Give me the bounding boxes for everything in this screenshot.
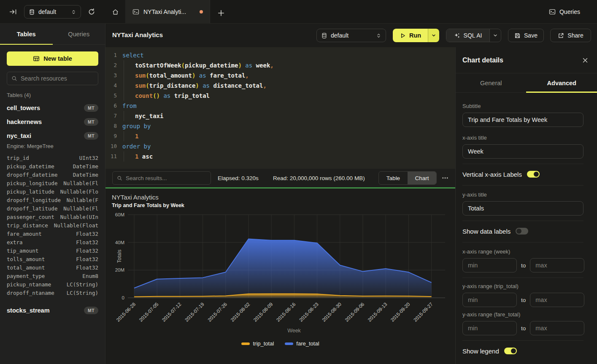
column-type: DateTime — [73, 171, 98, 179]
svg-text:2015-08-23: 2015-08-23 — [298, 302, 319, 323]
results-search-input[interactable] — [126, 175, 206, 181]
new-table-button[interactable]: New table — [7, 51, 98, 66]
svg-text:40M: 40M — [115, 240, 124, 245]
to-label: to — [521, 325, 526, 332]
line-number: 2 — [105, 60, 117, 70]
table-view-button[interactable]: Table — [379, 172, 408, 184]
xaxis-range-max[interactable] — [530, 258, 584, 272]
chart-legend: trip_totalfare_total — [105, 340, 455, 347]
yaxis-range-trip-max[interactable] — [530, 293, 584, 307]
database-selector[interactable]: default — [24, 5, 81, 19]
vertical-labels-label: Vertical x-axis Labels — [462, 171, 522, 178]
subtitle-label: Subtitle — [462, 103, 583, 109]
column-name: pickup_datetime — [7, 162, 54, 171]
column-row[interactable]: dropoff_latitudeNullable(Fl — [7, 205, 98, 213]
table-name: cell_towers — [7, 105, 40, 111]
show-data-labels-toggle[interactable] — [516, 228, 528, 235]
legend-label: trip_total — [253, 340, 274, 347]
queries-label: Queries — [559, 8, 580, 15]
run-button[interactable]: Run — [393, 29, 428, 42]
yaxis-range-fare-min[interactable] — [462, 321, 517, 335]
column-name: dropoff_ntaname — [7, 289, 54, 297]
share-icon — [558, 32, 564, 39]
query-tab-title: NYTaxi Analyti... — [143, 8, 195, 15]
engine-badge: MT — [84, 118, 98, 126]
yaxis-title-label: y-axis title — [462, 191, 583, 198]
yaxis-title-input[interactable] — [462, 201, 583, 216]
column-row[interactable]: total_amountFloat32 — [7, 264, 98, 272]
column-row[interactable]: tolls_amountFloat32 — [7, 255, 98, 264]
xaxis-title-input[interactable] — [462, 144, 583, 159]
table-row[interactable]: cell_towersMT — [7, 101, 98, 115]
sidebar-search[interactable] — [7, 72, 98, 85]
tab-general[interactable]: General — [456, 73, 527, 92]
yaxis-range-trip-min[interactable] — [462, 293, 517, 307]
query-tab[interactable]: NYTaxi Analyti... — [126, 0, 210, 24]
line-number: 10 — [105, 141, 117, 151]
vertical-labels-toggle[interactable] — [527, 171, 540, 178]
column-row[interactable]: dropoff_longitudeNullable(F — [7, 196, 98, 205]
engine-label: Engine: MergeTree — [7, 143, 98, 149]
line-number: 9 — [105, 131, 117, 141]
new-tab-button[interactable] — [216, 8, 224, 16]
table-row-nyc-taxi[interactable]: nyc_taxi MT — [7, 129, 98, 143]
column-row[interactable]: fare_amountFloat32 — [7, 230, 98, 238]
main-area: NYTaxi Analytics default Run SQL AI — [105, 24, 597, 364]
show-legend-toggle[interactable] — [504, 348, 517, 354]
code-line: 1select — [105, 50, 455, 60]
chart-subtitle: Trip and Fare Totals by Week — [112, 202, 184, 208]
tab-advanced[interactable]: Advanced — [527, 73, 597, 92]
column-row[interactable]: dropoff_ntanameLC(String) — [7, 289, 98, 297]
column-row[interactable]: pickup_ntanameLC(String) — [7, 280, 98, 289]
results-search[interactable] — [112, 171, 211, 185]
column-name: pickup_ntaname — [7, 280, 51, 289]
table-row[interactable]: hackernewsMT — [7, 115, 98, 129]
code-line: 91 — [105, 131, 455, 141]
sql-ai-label: SQL AI — [464, 32, 482, 39]
column-row[interactable]: dropoff_datetimeDateTime — [7, 171, 98, 179]
chart-plot[interactable]: 020M40M60M2015-06-282015-07-052015-07-12… — [105, 189, 455, 364]
column-row[interactable]: extraFloat32 — [7, 238, 98, 247]
chart-view-button[interactable]: Chart — [408, 172, 436, 184]
sql-ai-button[interactable]: SQL AI — [446, 29, 489, 42]
database-selector-value: default — [38, 8, 68, 15]
share-button[interactable]: Share — [550, 29, 591, 42]
column-row[interactable]: pickup_longitudeNullable(Fl — [7, 179, 98, 188]
column-row[interactable]: trip_distanceNullable(Float — [7, 221, 98, 230]
share-label: Share — [567, 32, 583, 39]
svg-text:2015-08-09: 2015-08-09 — [253, 302, 274, 323]
sidebar-collapse-icon[interactable] — [9, 8, 17, 16]
sidebar-search-input[interactable] — [21, 75, 94, 82]
column-name: tip_amount — [7, 247, 38, 255]
more-options-icon[interactable] — [441, 174, 449, 182]
column-row[interactable]: payment_typeEnum8 — [7, 272, 98, 280]
queries-button[interactable]: Queries — [549, 0, 580, 24]
save-button[interactable]: Save — [508, 29, 544, 42]
table-row[interactable]: stocks_streamMT — [7, 303, 98, 317]
sql-editor[interactable]: 1select2toStartOfWeek(pickup_datetime) a… — [105, 47, 455, 169]
home-button[interactable] — [105, 0, 126, 24]
terminal-icon — [132, 8, 139, 15]
column-row[interactable]: trip_idUInt32 — [7, 154, 98, 162]
sidebar-tab-tables[interactable]: Tables — [0, 24, 53, 44]
line-number: 5 — [105, 91, 117, 101]
xaxis-range-min[interactable] — [462, 258, 517, 272]
code-line: 3sum(total_amount) as fare_total, — [105, 70, 455, 81]
header-database-selector[interactable]: default — [316, 29, 386, 42]
refresh-icon[interactable] — [88, 8, 95, 16]
legend-item[interactable]: trip_total — [241, 340, 274, 347]
column-row[interactable]: passenger_countNullable(UIn — [7, 213, 98, 221]
column-row[interactable]: tip_amountFloat32 — [7, 247, 98, 255]
sidebar-tab-queries[interactable]: Queries — [53, 24, 105, 44]
legend-item[interactable]: fare_total — [285, 340, 319, 347]
column-row[interactable]: pickup_latitudeNullable(Flo — [7, 188, 98, 196]
sql-ai-options-button[interactable] — [489, 29, 501, 42]
close-icon[interactable] — [582, 57, 589, 64]
column-type: Float32 — [76, 264, 98, 272]
column-row[interactable]: pickup_datetimeDateTime — [7, 162, 98, 171]
subtitle-input[interactable] — [462, 113, 583, 127]
database-icon — [321, 32, 327, 39]
column-type: Enum8 — [82, 272, 98, 280]
yaxis-range-fare-max[interactable] — [530, 321, 584, 335]
run-options-button[interactable] — [428, 29, 439, 42]
